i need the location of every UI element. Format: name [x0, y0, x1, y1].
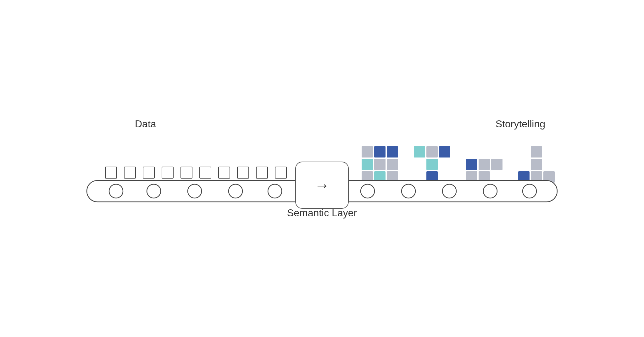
cluster1-cell4: [362, 159, 373, 170]
cluster4-cell4: [518, 159, 530, 170]
data-square-8: [237, 167, 249, 179]
svg-point-6: [361, 184, 375, 198]
cluster4-cell6: [543, 159, 555, 170]
cluster4-cell2: [531, 146, 542, 157]
svg-point-10: [523, 184, 536, 198]
data-label: Data: [135, 118, 156, 130]
cluster4-cell1: [518, 146, 530, 157]
semantic-layer-label: Semantic Layer: [287, 207, 357, 219]
svg-point-2: [147, 184, 161, 198]
storytelling-label: Storytelling: [496, 118, 545, 130]
svg-point-9: [483, 184, 497, 198]
storytelling-clusters-group: [362, 146, 555, 183]
data-square-7: [218, 167, 230, 179]
cluster2-cell5: [426, 159, 438, 170]
cluster-4: [518, 146, 555, 183]
data-square-5: [180, 167, 192, 179]
svg-point-4: [229, 184, 242, 198]
cluster4-cell5: [531, 159, 542, 170]
scene: Data Storytelling: [0, 0, 644, 337]
cluster-3: [466, 159, 502, 183]
cluster-1: [362, 146, 398, 183]
cluster1-cell6: [387, 159, 398, 170]
cluster2-cell4: [414, 159, 425, 170]
data-square-6: [199, 167, 211, 179]
data-squares-group: [105, 167, 287, 179]
cluster3-cell1: [466, 159, 477, 170]
cluster-2: [414, 146, 450, 183]
svg-point-7: [402, 184, 415, 198]
data-square-1: [105, 167, 117, 179]
data-square-9: [256, 167, 268, 179]
cluster1-cell5: [374, 159, 386, 170]
data-square-2: [124, 167, 136, 179]
data-square-10: [275, 167, 287, 179]
svg-point-3: [188, 184, 202, 198]
cluster2-cell3: [439, 146, 450, 157]
cluster2-cell6: [439, 159, 450, 170]
cluster2-cell1: [414, 146, 425, 157]
cluster3-cell3: [491, 159, 502, 170]
semantic-layer-box: →: [295, 162, 349, 209]
diagram-wrapper: Data Storytelling: [86, 118, 558, 219]
cluster1-cell2: [374, 146, 386, 157]
cluster4-cell3: [543, 146, 555, 157]
cluster1-cell1: [362, 146, 373, 157]
svg-point-5: [268, 184, 282, 198]
cluster2-cell2: [426, 146, 438, 157]
data-square-3: [143, 167, 155, 179]
data-square-4: [162, 167, 174, 179]
cluster1-cell3: [387, 146, 398, 157]
cluster3-cell2: [479, 159, 490, 170]
svg-point-1: [109, 184, 123, 198]
svg-point-8: [442, 184, 456, 198]
arrow-icon: →: [314, 177, 330, 194]
